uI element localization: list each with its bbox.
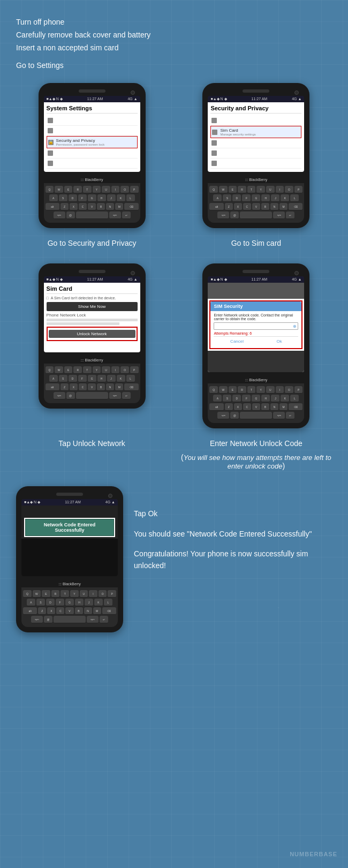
key-s[interactable]: S [59,194,67,202]
p5-space[interactable] [54,616,86,623]
p4-m[interactable]: M [279,403,288,411]
p2-key-sym2[interactable]: sym [273,212,285,219]
p2-key-s[interactable]: S [223,194,231,202]
key-enter[interactable]: ↵ [122,212,131,219]
key-z[interactable]: Z [60,203,69,210]
key-v[interactable]: V [88,203,96,210]
key-o[interactable]: O [120,186,129,193]
p3-s[interactable]: S [59,375,67,382]
p4-w[interactable]: W [219,386,228,394]
p2-key-o[interactable]: O [285,186,293,193]
p3-i[interactable]: I [111,366,120,374]
p3-space[interactable] [76,392,108,399]
p2-key-h[interactable]: H [261,194,270,202]
p5-m[interactable]: M [93,607,101,615]
p4-a[interactable]: A [213,395,222,402]
p3-alt[interactable]: alt [46,383,59,391]
p3-v[interactable]: V [88,383,96,391]
p4-k[interactable]: K [281,395,289,402]
p2-key-w[interactable]: W [219,186,228,193]
p3-l[interactable]: L [126,375,135,382]
key-alt[interactable]: alt [46,203,59,210]
p5-g[interactable]: G [65,599,74,606]
p3-p[interactable]: P [130,366,139,374]
p4-at[interactable]: @ [230,412,239,419]
p4-r[interactable]: R [238,386,246,394]
key-i[interactable]: I [111,186,120,193]
p2-key-y[interactable]: Y [256,186,265,193]
p4-i[interactable]: I [276,386,284,394]
p5-z[interactable]: Z [38,607,46,615]
p4-del[interactable]: ⌫ [289,403,302,411]
p2-key-x[interactable]: X [234,203,242,210]
p3-sym2[interactable]: sym [109,392,121,399]
p4-u[interactable]: U [266,386,275,394]
p5-y[interactable]: Y [70,590,79,598]
p5-x[interactable]: X [47,607,55,615]
unlock-network-btn[interactable]: Unlock Network [49,330,135,338]
p4-alt[interactable]: alt [209,403,223,411]
p2-key-e[interactable]: E [229,186,237,193]
p4-b[interactable]: B [261,403,269,411]
key-space[interactable] [76,212,108,219]
p4-space[interactable] [240,412,272,419]
p5-at[interactable]: @ [44,616,52,623]
p2-key-at[interactable]: @ [230,212,239,219]
p3-q[interactable]: Q [46,366,54,374]
p3-enter[interactable]: ↵ [122,392,131,399]
p4-l[interactable]: L [290,395,299,402]
p2-key-p[interactable]: P [294,186,303,193]
p3-g[interactable]: G [88,375,96,382]
p4-z[interactable]: Z [225,403,233,411]
p4-sym2[interactable]: sym [273,412,285,419]
p5-u[interactable]: U [80,590,88,598]
p2-key-n[interactable]: N [270,203,278,210]
p5-e[interactable]: E [42,590,50,598]
p5-p[interactable]: P [108,590,116,598]
p5-q[interactable]: Q [23,590,32,598]
p4-g[interactable]: G [252,395,260,402]
p4-q[interactable]: Q [209,386,218,394]
p4-h[interactable]: H [261,395,270,402]
key-l[interactable]: L [126,194,135,202]
p2-key-alt[interactable]: alt [209,203,223,210]
key-d[interactable]: D [69,194,77,202]
p4-j[interactable]: J [271,395,279,402]
key-b[interactable]: B [97,203,105,210]
p3-e[interactable]: E [64,366,73,374]
p2-key-i[interactable]: I [276,186,284,193]
key-n[interactable]: N [106,203,114,210]
p4-p[interactable]: P [294,386,303,394]
p2-key-g[interactable]: G [252,194,260,202]
p4-sym1[interactable]: sym [217,412,229,419]
p2-key-a[interactable]: A [213,194,222,202]
p2-key-r[interactable]: R [238,186,246,193]
dialog-input-field[interactable]: ⊕ [214,322,298,330]
p3-x[interactable]: X [70,383,78,391]
p3-n[interactable]: N [106,383,114,391]
p5-k[interactable]: K [94,599,103,606]
p5-h[interactable]: H [75,599,84,606]
p5-a[interactable]: A [27,599,35,606]
p5-i[interactable]: I [89,590,97,598]
p2-key-space[interactable] [240,212,272,219]
p2-key-l[interactable]: L [290,194,299,202]
p5-sym2[interactable]: sym [87,616,99,623]
key-r[interactable]: R [73,186,82,193]
p2-key-c[interactable]: C [243,203,251,210]
p4-v[interactable]: V [252,403,260,411]
p2-key-t[interactable]: T [247,186,256,193]
key-e[interactable]: E [64,186,73,193]
p5-l[interactable]: L [104,599,112,606]
key-j[interactable]: J [107,194,116,202]
p4-n[interactable]: N [270,403,278,411]
p2-key-q[interactable]: Q [209,186,218,193]
p3-r[interactable]: R [73,366,82,374]
p2-key-u[interactable]: U [266,186,275,193]
key-at[interactable]: @ [66,212,75,219]
p5-b[interactable]: B [75,607,83,615]
p2-key-j[interactable]: J [271,194,279,202]
key-m[interactable]: M [115,203,123,210]
p4-o[interactable]: O [285,386,293,394]
p5-c[interactable]: C [56,607,64,615]
